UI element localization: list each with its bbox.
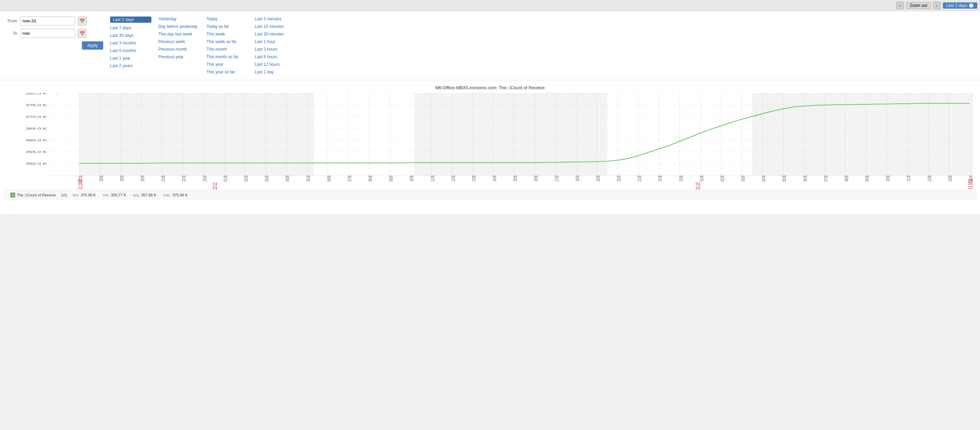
- svg-text:05:00: 05:00: [305, 175, 311, 182]
- stat-last-value: 375.98 K: [81, 193, 95, 197]
- date-form: From 📅 To 📅 Apply: [7, 16, 103, 50]
- svg-text:↑: ↑: [55, 93, 58, 95]
- stat-avg-value: 357.68 K: [141, 193, 156, 197]
- to-calendar-button[interactable]: 📅: [78, 29, 87, 38]
- svg-text:18:00: 18:00: [99, 175, 103, 182]
- link-this-week[interactable]: This week: [207, 32, 248, 37]
- svg-text:08:00: 08:00: [368, 175, 373, 182]
- link-today[interactable]: Today: [207, 16, 248, 21]
- svg-text:12:00: 12:00: [450, 175, 456, 182]
- legend-stats: last 375.98 K min 350.77 K avg 357.68 K …: [73, 193, 188, 197]
- link-last-1-day[interactable]: Last 1 day: [255, 70, 296, 74]
- link-last-6-months[interactable]: Last 6 months: [110, 48, 151, 53]
- svg-text:20:00: 20:00: [616, 175, 621, 182]
- svg-text:19:00: 19:00: [595, 175, 600, 182]
- svg-text:10:00: 10:00: [885, 175, 891, 182]
- link-last-2-days[interactable]: Last 2 days: [110, 16, 151, 23]
- chart-svg: 380.0 K 375.0 K 370.0 K 365.0 K 360.0 K …: [7, 93, 973, 190]
- svg-text:07:00: 07:00: [823, 175, 828, 182]
- link-yesterday[interactable]: Yesterday: [158, 16, 200, 21]
- svg-text:20:00: 20:00: [140, 175, 145, 182]
- svg-text:18:00: 18:00: [575, 175, 580, 182]
- to-row: To 📅: [7, 29, 103, 38]
- svg-text:04:00: 04:00: [761, 175, 766, 182]
- svg-text:15:00: 15:00: [513, 175, 518, 182]
- svg-text:05:00: 05:00: [782, 175, 787, 182]
- svg-text:21:00: 21:00: [637, 175, 642, 182]
- link-last-5-minutes[interactable]: Last 5 minutes: [255, 16, 296, 21]
- quick-links-panel: Last 2 days Last 7 days Last 30 days Las…: [110, 16, 973, 74]
- stat-max-value: 375.98 K: [172, 193, 188, 197]
- svg-text:12-11 1603: 12-11 1603: [78, 179, 84, 190]
- legend-series-name: The □Count of Receive: [17, 193, 56, 197]
- svg-text:11:00: 11:00: [430, 175, 435, 182]
- from-row: From 📅: [7, 16, 103, 26]
- link-this-month-so-far[interactable]: This month so far: [207, 54, 248, 59]
- svg-text:13:00: 13:00: [471, 175, 476, 182]
- svg-text:02:00: 02:00: [719, 175, 725, 182]
- svg-text:12:00: 12:00: [927, 175, 932, 182]
- link-this-week-so-far[interactable]: This week so far: [207, 39, 248, 44]
- svg-text:03:00: 03:00: [740, 175, 745, 182]
- link-this-year[interactable]: This year: [207, 62, 248, 67]
- link-last-3-hours[interactable]: Last 3 hours: [255, 47, 296, 52]
- chart-title: M6-Office-MBX5.immomo.com: The □Count of…: [3, 84, 977, 90]
- svg-text:01:00: 01:00: [699, 175, 704, 182]
- link-last-6-hours[interactable]: Last 6 hours: [255, 54, 296, 59]
- link-today-so-far[interactable]: Today so far: [207, 24, 248, 29]
- link-last-1-year[interactable]: Last 1 year: [110, 56, 151, 61]
- from-calendar-button[interactable]: 📅: [78, 16, 87, 26]
- svg-text:380.0 K: 380.0 K: [25, 93, 47, 95]
- svg-text:10:00: 10:00: [409, 175, 414, 182]
- quick-col-2: Yesterday Day before yesterday This day …: [158, 16, 200, 74]
- link-this-day-last-week[interactable]: This day last week: [158, 32, 200, 37]
- link-previous-month[interactable]: Previous month: [158, 47, 200, 52]
- svg-text:360.0 K: 360.0 K: [25, 139, 47, 142]
- link-last-30-minutes[interactable]: Last 30 minutes: [255, 32, 296, 37]
- clock-icon: 🕐: [969, 3, 974, 8]
- to-input[interactable]: [20, 29, 75, 38]
- link-last-15-minutes[interactable]: Last 15 minutes: [255, 24, 296, 29]
- quick-col-4: Last 5 minutes Last 15 minutes Last 30 m…: [255, 16, 296, 74]
- link-this-year-so-far[interactable]: This year so far: [207, 70, 248, 74]
- svg-text:07:00: 07:00: [347, 175, 352, 182]
- svg-text:17:00: 17:00: [554, 175, 559, 182]
- link-last-12-hours[interactable]: Last 12 hours: [255, 62, 296, 67]
- apply-button[interactable]: Apply: [82, 42, 103, 50]
- svg-text:11:00: 11:00: [906, 175, 911, 182]
- svg-text:19:00: 19:00: [119, 175, 124, 182]
- from-label: From: [7, 19, 17, 24]
- link-last-1-hour[interactable]: Last 1 hour: [255, 39, 296, 44]
- top-bar: ‹ Zoom out › Last 2 days 🕐: [0, 0, 980, 11]
- svg-text:350.0 K: 350.0 K: [25, 162, 47, 165]
- svg-text:22:00: 22:00: [181, 175, 186, 182]
- link-this-month[interactable]: This month: [207, 47, 248, 52]
- link-day-before-yesterday[interactable]: Day before yesterday: [158, 24, 200, 29]
- svg-text:12-13 1603: 12-13 1603: [967, 179, 973, 190]
- quick-col-1: Last 2 days Last 7 days Last 30 days Las…: [110, 16, 151, 74]
- legend-filter: [all]: [61, 193, 67, 197]
- legend-color-box: [10, 193, 15, 197]
- link-last-2-years[interactable]: Last 2 years: [110, 63, 151, 68]
- link-last-30-days[interactable]: Last 30 days: [110, 33, 151, 38]
- zoom-out-button[interactable]: Zoom out: [906, 2, 931, 9]
- link-last-7-days[interactable]: Last 7 days: [110, 26, 151, 30]
- link-last-3-months[interactable]: Last 3 months: [110, 41, 151, 45]
- stat-min-value: 350.77 K: [111, 193, 126, 197]
- svg-text:365.0 K: 365.0 K: [25, 127, 47, 130]
- svg-text:22:00: 22:00: [657, 175, 663, 182]
- legend-row: The □Count of Receive [all] last 375.98 …: [3, 190, 977, 200]
- svg-text:375.0 K: 375.0 K: [25, 103, 47, 107]
- next-nav-button[interactable]: ›: [933, 2, 941, 9]
- svg-text:02:00: 02:00: [243, 175, 248, 182]
- from-input[interactable]: [20, 16, 75, 26]
- svg-text:08:00: 08:00: [844, 175, 849, 182]
- link-previous-week[interactable]: Previous week: [158, 39, 200, 44]
- stat-last: last 375.98 K: [73, 193, 95, 197]
- quick-col-3: Today Today so far This week This week s…: [207, 16, 248, 74]
- svg-text:09:00: 09:00: [388, 175, 394, 182]
- prev-nav-button[interactable]: ‹: [896, 2, 904, 9]
- svg-text:14:00: 14:00: [492, 175, 497, 182]
- link-previous-year[interactable]: Previous year: [158, 54, 200, 59]
- stat-min: min 350.77 K: [103, 193, 126, 197]
